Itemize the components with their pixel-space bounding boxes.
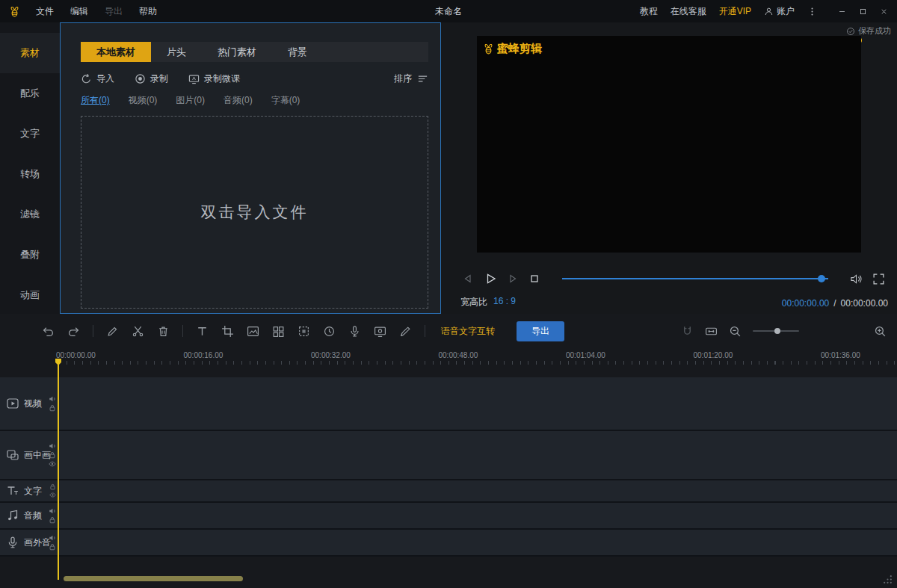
window-title: 未命名 — [224, 0, 673, 22]
tab-1[interactable]: 片头 — [151, 42, 202, 62]
next-frame-button[interactable] — [507, 273, 519, 285]
menu-item-0[interactable]: 文件 — [28, 0, 62, 22]
sidebar-item-3[interactable]: 转场 — [0, 154, 60, 194]
delete-icon[interactable] — [157, 325, 170, 338]
screen-record-icon[interactable] — [374, 325, 386, 338]
voiceover-track-icon — [6, 536, 19, 549]
menu-item-3[interactable]: 帮助 — [131, 0, 165, 22]
ruler-label: 00:01:20.00 — [694, 351, 733, 359]
playhead[interactable] — [58, 359, 59, 580]
more-menu-icon[interactable] — [807, 7, 817, 16]
split-icon[interactable] — [132, 325, 144, 338]
zoom-slider[interactable] — [753, 330, 799, 332]
sidebar-item-6[interactable]: 动画 — [0, 275, 60, 315]
lock-icon[interactable] — [49, 451, 56, 459]
menubar: 文件编辑导出帮助 未命名 教程 在线客服 开通VIP 账户 — [0, 0, 897, 22]
sort-button[interactable]: 排序 — [394, 72, 428, 85]
aspect-value[interactable]: 16 : 9 — [493, 296, 516, 309]
vip-link[interactable]: 开通VIP — [719, 5, 751, 18]
undo-icon[interactable] — [42, 325, 55, 338]
lock-icon[interactable] — [49, 543, 56, 551]
time-divider: / — [833, 298, 836, 309]
import-button[interactable]: 导入 — [81, 72, 114, 85]
hide-icon[interactable] — [49, 460, 56, 468]
check-circle-icon — [846, 27, 855, 36]
zoom-handle[interactable] — [774, 328, 780, 334]
mute-icon[interactable] — [49, 534, 56, 542]
track-lane-text[interactable] — [58, 480, 897, 501]
track-head-video[interactable]: 视频 — [0, 377, 58, 430]
lock-icon[interactable] — [49, 404, 56, 412]
sidebar-item-4[interactable]: 滤镜 — [0, 194, 60, 235]
export-button[interactable]: 导出 — [517, 321, 564, 341]
redo-icon[interactable] — [67, 325, 80, 338]
sidebar-item-2[interactable]: 文字 — [0, 114, 60, 154]
stop-button[interactable] — [528, 273, 540, 285]
seek-slider[interactable] — [562, 278, 828, 279]
edit-icon[interactable] — [106, 325, 119, 338]
tab-3[interactable]: 背景 — [272, 42, 323, 62]
crop-icon[interactable] — [221, 325, 234, 338]
snap-icon[interactable] — [681, 325, 694, 338]
menu-item-1[interactable]: 编辑 — [62, 0, 96, 22]
tutorial-link[interactable]: 教程 — [640, 5, 658, 18]
filter-2[interactable]: 图片(0) — [176, 94, 205, 107]
fullscreen-icon[interactable] — [872, 273, 885, 285]
record-button[interactable]: 录制 — [135, 72, 168, 85]
fit-timeline-icon[interactable] — [705, 325, 718, 338]
annotate-icon[interactable] — [399, 325, 412, 338]
close-button[interactable] — [873, 0, 894, 22]
track-lane-video[interactable] — [58, 377, 897, 430]
sort-label: 排序 — [394, 72, 412, 85]
horizontal-scrollbar[interactable] — [64, 576, 243, 581]
time-display: 00:00:00.00 / 00:00:00.00 — [782, 298, 888, 309]
track-label: 画中画 — [24, 449, 51, 462]
filter-1[interactable]: 视频(0) — [129, 94, 158, 107]
tab-0[interactable]: 本地素材 — [81, 42, 151, 62]
filter-0[interactable]: 所有(0) — [81, 94, 110, 107]
volume-icon[interactable] — [850, 273, 863, 285]
track-grid-icon[interactable] — [272, 325, 285, 338]
sort-icon — [417, 73, 428, 84]
zoom-in-icon[interactable] — [874, 325, 887, 338]
previous-frame-button[interactable] — [462, 273, 474, 285]
play-button[interactable] — [484, 272, 497, 285]
aspect-ratio: 宽高比 16 : 9 — [460, 296, 516, 309]
tab-2[interactable]: 热门素材 — [202, 42, 272, 62]
track-head-audio[interactable]: 音频 — [0, 503, 58, 528]
lock-icon[interactable] — [49, 483, 56, 490]
resize-grip-icon[interactable] — [883, 575, 893, 584]
minimize-button[interactable] — [831, 0, 852, 22]
lock-icon[interactable] — [49, 516, 56, 524]
zoom-out-icon[interactable] — [729, 325, 742, 338]
track-lane-audio[interactable] — [58, 503, 897, 528]
support-link[interactable]: 在线客服 — [671, 5, 706, 18]
sidebar-item-5[interactable]: 叠附 — [0, 235, 60, 275]
time-current: 00:00:00.00 — [782, 298, 829, 309]
filter-3[interactable]: 音频(0) — [224, 94, 253, 107]
sidebar-item-1[interactable]: 配乐 — [0, 73, 60, 114]
track-head-voiceover[interactable]: 画外音 — [0, 530, 58, 555]
mute-icon[interactable] — [49, 442, 56, 450]
filter-4[interactable]: 字幕(0) — [271, 94, 300, 107]
import-dropzone[interactable]: 双击导入文件 — [81, 116, 428, 309]
track-lane-voiceover[interactable] — [58, 530, 897, 555]
media-tabs: 本地素材片头热门素材背景 — [81, 42, 428, 62]
voice-text-button[interactable]: 语音文字互转 — [441, 325, 495, 338]
maximize-button[interactable] — [852, 0, 873, 22]
freeze-frame-icon[interactable] — [247, 325, 259, 338]
seek-handle[interactable] — [818, 275, 825, 282]
text-icon[interactable] — [196, 325, 209, 338]
mute-icon[interactable] — [49, 507, 56, 515]
hide-icon[interactable] — [49, 492, 56, 498]
track-head-pip[interactable]: 画中画 — [0, 431, 58, 479]
voice-record-icon[interactable] — [348, 325, 361, 338]
duration-icon[interactable] — [323, 325, 336, 338]
account-button[interactable]: 账户 — [764, 5, 795, 18]
track-lane-pip[interactable] — [58, 431, 897, 479]
track-head-text[interactable]: 文字 — [0, 480, 58, 501]
record-lesson-button[interactable]: 录制微课 — [188, 72, 240, 85]
mute-icon[interactable] — [49, 395, 56, 403]
mosaic-icon[interactable] — [298, 325, 310, 338]
sidebar-item-0[interactable]: 素材 — [0, 33, 60, 73]
